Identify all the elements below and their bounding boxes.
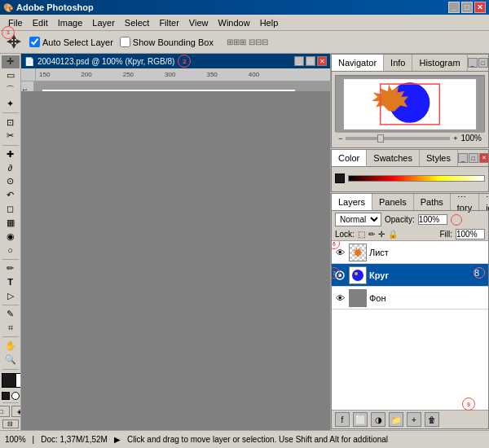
opacity-input[interactable] [418,214,447,225]
zoom-tool[interactable]: 🔍 [2,354,20,367]
healing-tool[interactable]: ✚ [2,147,20,160]
badge-6-inline [451,214,462,226]
lock-all-icon[interactable]: 🔒 [388,230,398,239]
nav-zoom-slider[interactable] [346,137,450,140]
color-minimize-btn[interactable]: _ [458,153,468,163]
brush-tool[interactable]: ∂ [2,161,20,174]
lock-position-icon[interactable]: ✛ [378,230,385,239]
notes-tool[interactable]: ✎ [2,308,20,321]
crop-tool[interactable]: ⊡ [2,116,20,129]
lock-image-icon[interactable]: ✏ [368,230,375,239]
screen-mode[interactable]: ⊟ [2,419,19,428]
history-brush-tool[interactable]: ↶ [2,189,20,202]
menu-image[interactable]: Image [53,16,88,29]
menu-edit[interactable]: Edit [28,16,53,29]
layer-eye-bg[interactable]: 👁 [333,292,346,305]
slice-tool[interactable]: ✂ [2,130,20,143]
blur-tool[interactable]: ◉ [2,230,20,243]
layer-mask-btn[interactable]: ⬜ [353,412,368,427]
lock-transparent-icon[interactable]: ⬚ [358,230,365,239]
eraser-tool[interactable]: ◻ [2,203,20,216]
canvas-content[interactable]: 2005 5 Лист Круг Фон [34,81,330,91]
slider-thumb[interactable] [377,134,384,143]
lasso-tool[interactable]: ⌒ [2,83,20,97]
nav-minimize-btn[interactable]: _ [468,58,478,68]
layer-group-btn[interactable]: 📁 [389,412,403,427]
magic-wand-tool[interactable]: ✦ [2,98,20,111]
tab-actions[interactable]: ⋯ions [479,194,489,210]
tab-history[interactable]: ⋯tory [451,194,479,210]
color-close-btn[interactable]: ✕ [479,153,489,163]
nav-zoom-row: − + 100% [335,132,485,144]
layer-thumb-bg [349,289,367,307]
status-hint: Click and drag to move layer or selectio… [127,435,388,444]
auto-select-label[interactable]: Auto Select Layer [29,37,113,47]
layer-row-bg[interactable]: 👁 Фон [332,287,488,310]
layers-toolbar: 9 f ⬜ ◑ 📁 + 🗑 [332,410,488,428]
tab-layers[interactable]: Layers [332,194,372,210]
tool-separator-1 [2,112,19,113]
foreground-color[interactable] [2,373,16,388]
auto-select-checkbox[interactable] [29,37,40,47]
layer-row-list[interactable]: 6 👁 Лист [332,241,488,264]
tab-histogram[interactable]: Histogram [412,55,467,71]
color-tabs: Color Swatches Styles [332,150,458,166]
menu-help[interactable]: Help [255,16,284,29]
hand-tool[interactable]: ✋ [2,340,20,353]
show-bounding-label[interactable]: Show Bounding Box [120,37,214,47]
marquee-tool[interactable]: ▭ [2,69,20,82]
blend-mode-select[interactable]: Normal [335,213,381,226]
navigator-panel-header: Navigator Info Histogram _ □ ✕ [332,55,488,71]
minimize-button[interactable]: _ [448,2,460,13]
doc-minimize-btn[interactable]: _ [294,56,304,66]
standard-mode[interactable]: □ [0,406,10,417]
nav-preview-svg [336,76,484,133]
tab-paths[interactable]: Paths [414,194,451,210]
move-tool[interactable]: ✛ [2,55,20,68]
color-picker[interactable] [2,373,21,388]
layer-delete-btn[interactable]: 🗑 [425,412,439,427]
tab-navigator[interactable]: Navigator [332,55,384,71]
ruler-horizontal: 150 200 250 300 350 400 [36,68,330,81]
tab-panels[interactable]: Panels [372,194,414,210]
nav-maximize-btn[interactable]: □ [478,58,488,68]
zoom-minus[interactable]: − [338,134,342,143]
layer-adjust-btn[interactable]: ◑ [371,412,385,427]
tab-styles[interactable]: Styles [420,150,458,166]
fill-input[interactable] [456,229,485,239]
menu-window[interactable]: Window [214,16,255,29]
menu-layer[interactable]: Layer [87,16,120,29]
gradient-tool[interactable]: ▦ [2,217,20,230]
swap-colors[interactable] [11,392,20,400]
tab-swatches[interactable]: Swatches [367,150,420,166]
doc-maximize-btn[interactable]: □ [306,56,315,66]
doc-close-btn[interactable]: ✕ [317,56,327,66]
menu-view[interactable]: View [184,16,214,29]
quick-mask-mode[interactable]: ◈ [11,406,22,417]
color-maximize-btn[interactable]: □ [469,153,478,163]
eyedropper-tool[interactable]: ⌗ [2,322,20,335]
shape-tool[interactable]: ▷ [2,289,20,302]
color-spectrum[interactable] [348,175,485,182]
maximize-button[interactable]: □ [461,2,473,13]
layer-style-btn[interactable]: f [335,412,350,427]
type-tool[interactable]: T [2,275,20,288]
layer-row-circle[interactable]: 7 Круг 8 [332,264,488,287]
path-tool[interactable]: ✏ [2,262,20,275]
stamp-tool[interactable]: ⊙ [2,175,20,188]
layers-tabs: Layers Panels Paths ⋯tory ⋯ions 4 [332,194,489,210]
doc-window-controls: _ □ ✕ [294,56,327,66]
tab-info[interactable]: Info [384,55,412,71]
layer-new-btn[interactable]: + [407,412,421,427]
zoom-plus[interactable]: + [453,134,457,143]
navigator-content: − + 100% [332,72,488,147]
menu-filter[interactable]: Filter [154,16,183,29]
menu-select[interactable]: Select [120,16,155,29]
show-bounding-checkbox[interactable] [120,37,130,47]
default-colors[interactable] [2,392,10,400]
close-button[interactable]: ✕ [474,2,486,13]
fg-color-swatch[interactable] [335,173,345,183]
tool-separator-2 [2,145,19,146]
dodge-tool[interactable]: ○ [2,244,20,257]
tab-color[interactable]: Color [332,150,367,166]
